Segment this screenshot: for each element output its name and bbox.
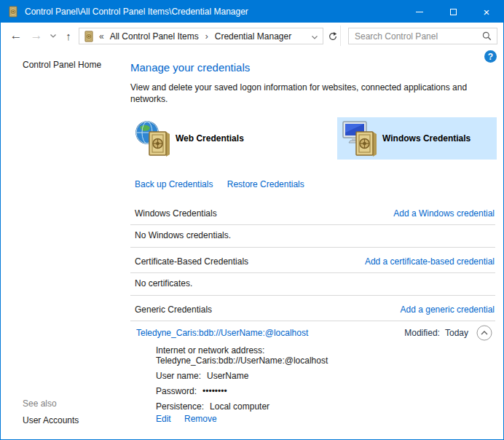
divider [130, 224, 495, 225]
credential-password-row: Password:•••••••• [156, 386, 328, 396]
up-button[interactable]: ↑ [60, 23, 76, 49]
username-label: User name: [156, 371, 201, 381]
password-value: •••••••• [202, 386, 227, 396]
tab-web-credentials-label: Web Credentials [176, 133, 244, 144]
help-icon: ? [488, 52, 493, 62]
password-label: Password: [156, 386, 197, 396]
chevron-down-icon [50, 34, 56, 38]
breadcrumb-separator-icon: › [205, 31, 208, 42]
search-box [348, 28, 497, 44]
close-icon: × [484, 7, 490, 17]
breadcrumb-credential-manager[interactable]: Credential Manager [215, 31, 291, 42]
forward-button[interactable]: → [27, 23, 46, 49]
recent-pages-dropdown[interactable] [47, 23, 59, 49]
generic-credentials-section-header: Generic Credentials Add a generic creden… [135, 305, 495, 315]
chevron-up-circle-icon [476, 325, 492, 341]
web-credentials-icon [135, 120, 171, 157]
search-input[interactable] [349, 31, 482, 42]
backup-credentials-link[interactable]: Back up Credentials [135, 179, 213, 189]
tab-windows-credentials-label: Windows Credentials [382, 133, 470, 144]
chevron-down-icon [312, 36, 318, 39]
content-area: Control Panel Home See also User Account… [1, 49, 503, 440]
page-description-line: View and delete your saved logon informa… [130, 82, 503, 93]
remove-credential-link[interactable]: Remove [184, 414, 217, 424]
persistence-value: Local computer [210, 401, 269, 412]
credential-manager-icon [83, 31, 95, 42]
credential-manager-app-icon [7, 6, 19, 17]
divider [130, 321, 495, 321]
window-title: Control Panel\All Control Panel Items\Cr… [25, 7, 248, 17]
credential-modified: Modified:Today [404, 328, 468, 338]
add-windows-credential-link[interactable]: Add a Windows credential [393, 208, 495, 219]
page-description: View and delete your saved logon informa… [130, 82, 503, 105]
credential-actions: Back up Credentials Restore Credentials [135, 179, 316, 189]
sidebar-item-control-panel-home[interactable]: Control Panel Home [23, 60, 101, 70]
tab-windows-credentials[interactable]: Windows Credentials [337, 117, 497, 160]
address-bar[interactable]: « All Control Panel Items › Credential M… [79, 28, 323, 44]
caption-buttons: × [403, 1, 503, 23]
modified-label: Modified: [404, 328, 440, 338]
search-icon[interactable] [482, 31, 492, 41]
username-value: UserName [207, 371, 248, 381]
edit-credential-link[interactable]: Edit [156, 414, 171, 424]
minimize-icon [416, 12, 423, 12]
add-certificate-based-credential-link[interactable]: Add a certificate-based credential [365, 256, 495, 267]
maximize-button[interactable] [436, 1, 470, 23]
add-generic-credential-link[interactable]: Add a generic credential [401, 305, 495, 315]
title-bar: Control Panel\All Control Panel Items\Cr… [1, 1, 503, 23]
maximize-icon [450, 9, 457, 15]
sidebar-item-user-accounts[interactable]: User Accounts [23, 415, 79, 425]
divider [130, 295, 495, 296]
credential-detail-links: Edit Remove [156, 414, 228, 424]
restore-credentials-link[interactable]: Restore Credentials [227, 179, 304, 189]
section-title: Generic Credentials [135, 305, 212, 315]
navbar-separator [340, 25, 341, 46]
credential-persistence-row: Persistence:Local computer [156, 401, 328, 412]
breadcrumb-all-control-panel-items[interactable]: All Control Panel Items [110, 31, 199, 42]
credential-manager-window: Control Panel\All Control Panel Items\Cr… [0, 0, 504, 440]
credential-address-label: Internet or network address: [156, 345, 328, 355]
persistence-label: Persistence: [156, 401, 204, 412]
windows-credentials-section-header: Windows Credentials Add a Windows creden… [135, 208, 495, 219]
help-button[interactable]: ? [484, 50, 497, 63]
navigation-bar: ← → ↑ « All Control Panel Items › Creden… [1, 23, 503, 49]
section-title: Windows Credentials [135, 208, 217, 219]
back-button[interactable]: ← [7, 23, 25, 49]
see-also-label: See also [23, 398, 57, 409]
credential-details: Internet or network address: Teledyne_Ca… [156, 345, 328, 417]
tab-web-credentials[interactable]: Web Credentials [130, 117, 334, 160]
safe-icon [148, 130, 171, 157]
modified-value: Today [445, 328, 468, 338]
safe-icon [355, 130, 378, 157]
divider [130, 272, 495, 273]
credential-name-link[interactable]: Teledyne_Caris:bdb://UserName:@localhost [136, 328, 308, 338]
windows-credentials-icon [342, 120, 378, 157]
no-windows-credentials-text: No Windows credentials. [135, 230, 231, 240]
minimize-button[interactable] [403, 1, 436, 23]
page-title: Manage your credentials [130, 61, 250, 74]
certificate-credentials-section-header: Certificate-Based Credentials Add a cert… [135, 256, 495, 267]
close-button[interactable]: × [470, 1, 503, 23]
page-description-line: networks. [130, 93, 503, 105]
divider [130, 247, 495, 248]
address-dropdown-button[interactable] [312, 31, 318, 42]
breadcrumb-overflow-icon[interactable]: « [99, 31, 104, 42]
refresh-icon [328, 31, 338, 42]
section-title: Certificate-Based Credentials [135, 256, 248, 267]
credential-address-value: Teledyne_Caris:bdb://UserName:@localhost [156, 355, 328, 366]
refresh-button[interactable] [326, 29, 340, 44]
collapse-credential-button[interactable] [476, 325, 492, 341]
no-certificates-text: No certificates. [135, 278, 192, 288]
credential-username-row: User name:UserName [156, 371, 328, 381]
